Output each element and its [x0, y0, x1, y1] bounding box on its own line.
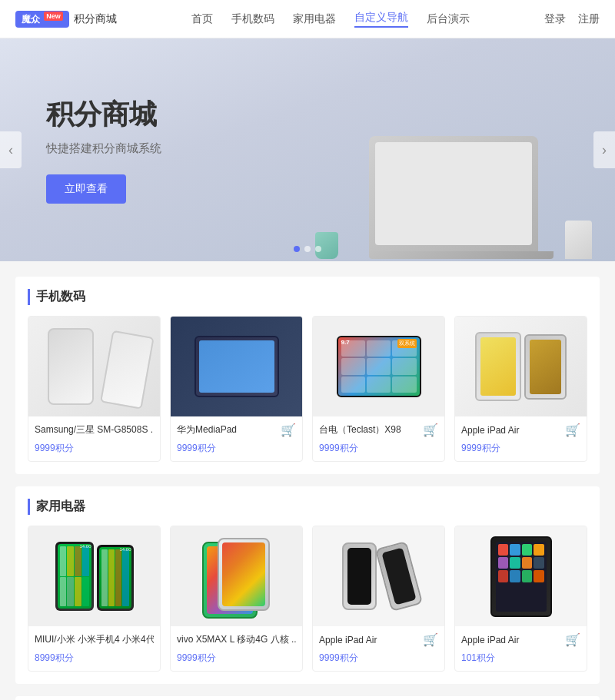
- nav-appliances[interactable]: 家用电器: [293, 12, 336, 26]
- product-card-vivo[interactable]: vivo X5MAX L 移动4G 八核 ... 🛒 9999积分: [170, 526, 303, 672]
- banner-subtitle: 快捷搭建积分商城系统: [46, 141, 161, 156]
- product-price-samsung: 9999积分: [35, 442, 154, 455]
- product-card-ipad-mini[interactable]: Apple iPad Air 🛒 101积分: [454, 526, 587, 672]
- product-info-samsung: Samsung/三星 SM-G8508S ... 🛒 9999积分: [28, 416, 160, 461]
- banner-dot-2[interactable]: [304, 246, 311, 252]
- appliances-product-grid: 14:00 14:00: [28, 526, 587, 672]
- product-img-samsung: [28, 317, 160, 416]
- cart-icon-iphone[interactable]: 🛒: [423, 632, 438, 647]
- login-link[interactable]: 登录: [544, 12, 566, 26]
- banner-content: 积分商城 快捷搭建积分商城系统 立即查看: [0, 96, 208, 204]
- product-img-huawei: [171, 317, 302, 416]
- tablet-screen-huawei: [199, 340, 274, 393]
- product-img-iphone: [313, 526, 444, 626]
- header-auth: 登录 注册: [544, 12, 600, 26]
- banner-dots: [294, 246, 321, 252]
- banner-dot-1[interactable]: [294, 246, 300, 252]
- banner-cta-button[interactable]: 立即查看: [46, 174, 126, 204]
- main-nav: 首页 手机数码 家用电器 自定义导航 后台演示: [191, 11, 470, 28]
- cart-icon-huawei[interactable]: 🛒: [281, 423, 296, 437]
- phones-product-grid: Samsung/三星 SM-G8508S ... 🛒 9999积分 华为Medi…: [28, 316, 587, 462]
- product-price-ipad-mini: 101积分: [461, 652, 580, 665]
- product-name-ipad-mini: Apple iPad Air 🛒: [461, 632, 580, 647]
- phones-section-title: 手机数码: [28, 289, 587, 305]
- product-name-vivo: vivo X5MAX L 移动4G 八核 ... 🛒: [177, 632, 296, 647]
- product-img-ipad1: [455, 317, 587, 416]
- logo-text: 积分商城: [74, 12, 117, 26]
- product-price-iphone: 9999积分: [319, 652, 438, 665]
- phone-art-1: [48, 328, 94, 405]
- product-info-ipad-mini: Apple iPad Air 🛒 101积分: [455, 626, 587, 671]
- product-name-huawei: 华为MediaPad 🛒: [177, 423, 296, 437]
- product-card-samsung[interactable]: Samsung/三星 SM-G8508S ... 🛒 9999积分: [28, 316, 161, 462]
- product-info-xiaomi: MIUI/小米 小米手机4 小米4代 ... 🛒 8999积分: [28, 626, 160, 671]
- product-card-iphone[interactable]: Apple iPad Air 🛒 9999积分: [312, 526, 445, 672]
- product-name-teclast: 台电（Teclast）X98 🛒: [319, 423, 438, 437]
- cart-icon-ipad1[interactable]: 🛒: [565, 423, 580, 437]
- partners-section: 合作伙伴 ▦ ModStart ≋ 魔众 ✿ HUAWEI ⊏ 阿里云 ☁ 腾讯…: [15, 696, 600, 700]
- product-img-ipad-mini: [455, 526, 587, 626]
- cart-icon-ipad-mini[interactable]: 🛒: [565, 632, 580, 647]
- product-img-teclast: 9.7 双系统: [313, 317, 444, 416]
- nav-home[interactable]: 首页: [191, 12, 213, 26]
- banner-title: 积分商城: [46, 96, 161, 134]
- product-info-huawei: 华为MediaPad 🛒 9999积分: [171, 416, 302, 461]
- pencil-cup-illustration: [565, 221, 592, 259]
- logo-badge: 魔众 New: [15, 11, 69, 28]
- header: 魔众 New 积分商城 首页 手机数码 家用电器 自定义导航 后台演示 登录 注…: [0, 0, 615, 38]
- banner: ‹ 积分商城 快捷搭建积分商城系统 立即查看 ›: [0, 38, 615, 261]
- product-price-xiaomi: 8999积分: [35, 652, 154, 665]
- product-info-ipad1: Apple iPad Air 🛒 9999积分: [455, 416, 587, 461]
- laptop-base: [369, 251, 554, 259]
- logo: 魔众 New 积分商城: [15, 11, 117, 28]
- appliances-section: 家用电器: [15, 486, 600, 684]
- product-card-huawei[interactable]: 华为MediaPad 🛒 9999积分: [170, 316, 303, 462]
- product-price-vivo: 9999积分: [177, 652, 296, 665]
- cart-icon-teclast[interactable]: 🛒: [423, 423, 438, 437]
- banner-visual: [369, 136, 554, 261]
- banner-prev-button[interactable]: ‹: [0, 131, 22, 168]
- main-content: 手机数码 Samsung/三星 SM-G8508S ... 🛒 9999积分: [0, 261, 615, 700]
- product-name-xiaomi: MIUI/小米 小米手机4 小米4代 ... 🛒: [35, 632, 154, 647]
- product-name-samsung: Samsung/三星 SM-G8508S ... 🛒: [35, 423, 154, 437]
- product-price-huawei: 9999积分: [177, 442, 296, 455]
- tablet-art-huawei: [194, 336, 279, 397]
- phones-section: 手机数码 Samsung/三星 SM-G8508S ... 🛒 9999积分: [15, 277, 600, 474]
- nav-demo[interactable]: 后台演示: [427, 12, 470, 26]
- product-card-teclast[interactable]: 9.7 双系统 台电（Teclast）X98 🛒 9999积分: [312, 316, 445, 462]
- appliances-section-title: 家用电器: [28, 499, 587, 515]
- product-img-xiaomi: 14:00 14:00: [28, 526, 160, 626]
- product-img-vivo: [171, 526, 302, 626]
- product-card-xiaomi[interactable]: 14:00 14:00: [28, 526, 161, 672]
- product-name-iphone: Apple iPad Air 🛒: [319, 632, 438, 647]
- banner-dot-3[interactable]: [315, 246, 321, 252]
- logo-new-badge: New: [44, 12, 63, 21]
- product-name-ipad1: Apple iPad Air 🛒: [461, 423, 580, 437]
- product-info-vivo: vivo X5MAX L 移动4G 八核 ... 🛒 9999积分: [171, 626, 302, 671]
- phone-art-2: [100, 330, 155, 410]
- product-info-teclast: 台电（Teclast）X98 🛒 9999积分: [313, 416, 444, 461]
- product-info-iphone: Apple iPad Air 🛒 9999积分: [313, 626, 444, 671]
- product-price-ipad1: 9999积分: [461, 442, 580, 455]
- register-link[interactable]: 注册: [578, 12, 600, 26]
- product-price-teclast: 9999积分: [319, 442, 438, 455]
- product-card-ipad1[interactable]: Apple iPad Air 🛒 9999积分: [454, 316, 587, 462]
- nav-custom[interactable]: 自定义导航: [354, 11, 408, 28]
- banner-next-button[interactable]: ›: [593, 131, 615, 168]
- nav-phones[interactable]: 手机数码: [231, 12, 274, 26]
- laptop-illustration: [369, 136, 538, 251]
- laptop-screen: [375, 142, 532, 245]
